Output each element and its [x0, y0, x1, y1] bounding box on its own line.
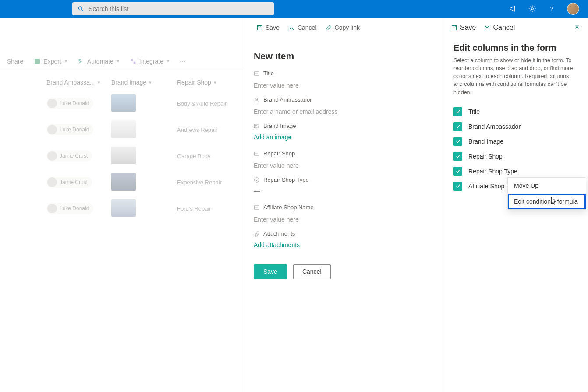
column-item-type[interactable]: Repair Shop Type — [453, 164, 577, 179]
svg-line-1 — [81, 10, 83, 11]
header-actions — [509, 3, 579, 15]
add-image-link[interactable]: Add an image — [254, 132, 291, 146]
export-button[interactable]: Export▾ — [29, 55, 71, 67]
svg-rect-22 — [453, 25, 455, 27]
svg-rect-11 — [255, 71, 259, 75]
suite-header — [0, 0, 588, 18]
column-item-ambassador[interactable]: Brand Ambassador — [453, 119, 577, 134]
search-input[interactable] — [89, 5, 269, 12]
checkbox-checked[interactable] — [453, 152, 462, 161]
edit-columns-description: Select a column to show or hide it in th… — [443, 57, 588, 104]
chevron-down-icon: ▾ — [98, 80, 100, 85]
save-button[interactable]: Save — [254, 264, 287, 279]
thumbnail — [111, 147, 136, 164]
column-item-image[interactable]: Brand Image — [453, 134, 577, 149]
svg-rect-16 — [255, 152, 259, 155]
checkbox-checked[interactable] — [453, 167, 462, 176]
field-repair: Repair Shop — [243, 150, 443, 172]
title-input[interactable] — [254, 79, 432, 92]
cancel-command[interactable]: Cancel — [484, 24, 515, 32]
new-item-panel: Save Cancel Copy link New item Title Bra… — [243, 18, 443, 392]
close-icon — [288, 25, 295, 31]
svg-point-2 — [531, 8, 534, 10]
megaphone-icon[interactable] — [509, 5, 517, 13]
choice-icon — [254, 177, 260, 183]
thumbnail — [111, 199, 136, 217]
repair-input[interactable] — [254, 159, 432, 172]
persona: Jamie Crust — [46, 150, 92, 162]
cancel-command[interactable]: Cancel — [288, 24, 317, 31]
chevron-down-icon: ▾ — [65, 59, 67, 64]
column-item-repair[interactable]: Repair Shop — [453, 149, 577, 164]
checkbox-checked[interactable] — [453, 107, 462, 116]
affiliate-input[interactable] — [254, 213, 432, 226]
svg-rect-5 — [131, 59, 133, 61]
help-icon[interactable] — [548, 5, 556, 13]
close-icon — [484, 25, 490, 31]
thumbnail — [111, 94, 136, 112]
checkbox-checked[interactable] — [453, 122, 462, 131]
thumbnail — [111, 120, 136, 138]
add-attachments-link[interactable]: Add attachments — [254, 240, 300, 254]
menu-edit-conditional-formula[interactable]: Edit conditional formula — [508, 194, 586, 209]
persona: Luke Donald — [46, 124, 93, 135]
close-icon — [574, 24, 580, 30]
chevron-down-icon: ▾ — [167, 59, 169, 64]
svg-point-0 — [79, 7, 82, 10]
integrate-icon — [130, 58, 137, 65]
avatar[interactable] — [567, 3, 579, 15]
field-type: Repair Shop Type — — [243, 177, 443, 200]
column-header-image[interactable]: Brand Image▾ — [111, 79, 177, 86]
type-value[interactable]: — — [254, 186, 432, 200]
search-box[interactable] — [72, 2, 274, 15]
persona: Luke Donald — [46, 203, 93, 214]
excel-icon — [34, 58, 41, 65]
svg-point-15 — [255, 125, 256, 126]
panel-title: New item — [254, 51, 443, 61]
edit-columns-commands: Save Cancel — [443, 18, 588, 38]
thumbnail — [111, 173, 136, 191]
ambassador-input[interactable] — [254, 106, 432, 118]
gear-icon[interactable] — [528, 5, 536, 13]
person-icon — [254, 97, 260, 103]
close-button[interactable] — [574, 24, 580, 32]
chevron-down-icon: ▾ — [214, 80, 216, 85]
save-command[interactable]: Save — [256, 24, 280, 31]
more-commands[interactable]: ··· — [175, 55, 190, 68]
menu-move-up[interactable]: Move Up — [508, 178, 586, 194]
text-icon — [254, 151, 260, 157]
panel-command-bar: Save Cancel Copy link — [243, 18, 443, 38]
save-command[interactable]: Save — [451, 24, 476, 32]
svg-rect-8 — [259, 25, 261, 27]
cancel-button[interactable]: Cancel — [293, 264, 331, 279]
field-title: Title — [243, 70, 443, 92]
text-icon — [254, 71, 260, 77]
field-image: Brand Image Add an image — [243, 123, 443, 146]
flow-icon — [78, 58, 85, 65]
context-menu: Move Up Edit conditional formula — [507, 177, 586, 210]
form-actions: Save Cancel — [243, 258, 443, 285]
chevron-down-icon: ▾ — [149, 80, 152, 85]
integrate-button[interactable]: Integrate▾ — [125, 55, 174, 67]
persona: Luke Donald — [46, 98, 93, 109]
automate-button[interactable]: Automate▾ — [73, 55, 124, 67]
svg-point-3 — [552, 11, 552, 11]
field-attachments: Attachments Add attachments — [243, 230, 443, 254]
chevron-down-icon: ▾ — [117, 59, 119, 64]
share-button[interactable]: Share — [3, 55, 28, 67]
save-icon — [451, 25, 457, 31]
svg-rect-21 — [452, 25, 457, 30]
field-affiliate: Affiliate Shop Name — [243, 204, 443, 226]
save-icon — [256, 25, 263, 31]
copy-link-command[interactable]: Copy link — [326, 24, 360, 31]
column-header-ambassador[interactable]: Brand Ambassa...▾ — [46, 79, 111, 86]
column-header-shop[interactable]: Repair Shop▾ — [177, 79, 243, 86]
cursor-icon — [549, 196, 557, 208]
svg-rect-4 — [35, 59, 40, 64]
column-item-title[interactable]: Title — [453, 104, 577, 119]
search-icon — [78, 5, 84, 12]
checkbox-checked[interactable] — [453, 182, 462, 191]
checkbox-checked[interactable] — [453, 137, 462, 146]
persona: Jamie Crust — [46, 177, 92, 188]
field-ambassador: Brand Ambassador — [243, 96, 443, 118]
